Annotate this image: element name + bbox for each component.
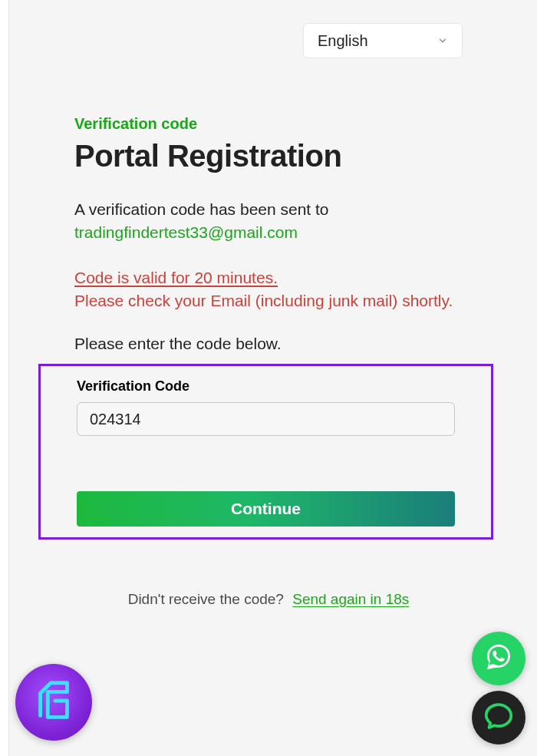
whatsapp-fab[interactable] bbox=[472, 632, 525, 685]
sent-to-prefix: A verification code has been sent to bbox=[74, 200, 329, 218]
verification-form-highlight: Verification Code Continue bbox=[38, 364, 493, 540]
verification-form: Verification Code Continue bbox=[41, 366, 491, 527]
resend-prefix: Didn't receive the code? bbox=[128, 591, 284, 607]
whatsapp-icon bbox=[483, 642, 514, 675]
validity-duration: Code is valid for 20 minutes. bbox=[74, 269, 278, 286]
enter-code-prompt: Please enter the code below. bbox=[74, 335, 463, 353]
brand-logo-icon bbox=[30, 677, 77, 728]
verification-code-input[interactable] bbox=[77, 402, 455, 436]
chat-fab[interactable] bbox=[472, 691, 525, 744]
left-gutter bbox=[0, 0, 9, 756]
chat-bubble-icon bbox=[483, 701, 514, 735]
sent-to-email: tradingfindertest33@gmail.com bbox=[74, 223, 298, 241]
page-title: Portal Registration bbox=[74, 139, 463, 173]
chevron-down-icon bbox=[437, 35, 448, 46]
continue-button[interactable]: Continue bbox=[77, 491, 455, 527]
eyebrow-label: Verification code bbox=[74, 115, 463, 133]
check-email-line: Please check your Email (including junk … bbox=[74, 292, 453, 309]
validity-alert: Code is valid for 20 minutes. Please che… bbox=[74, 266, 463, 313]
sent-to-line: A verification code has been sent to tra… bbox=[74, 198, 463, 245]
resend-link[interactable]: Send again in 18s bbox=[292, 591, 409, 607]
language-select[interactable]: English bbox=[303, 23, 463, 58]
brand-fab[interactable] bbox=[15, 664, 92, 741]
content-container: Verification code Portal Registration A … bbox=[74, 115, 463, 353]
code-field-label: Verification Code bbox=[77, 378, 455, 395]
resend-row: Didn't receive the code? Send again in 1… bbox=[0, 591, 537, 608]
language-selected-label: English bbox=[318, 32, 368, 50]
